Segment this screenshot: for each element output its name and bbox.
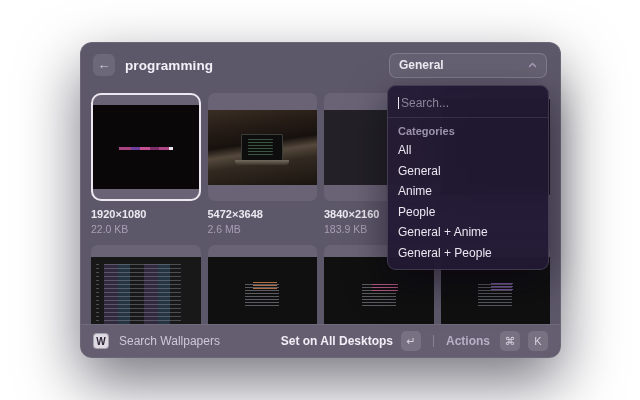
dropdown-item-all[interactable]: All [388, 140, 548, 161]
dropdown-item-anime[interactable]: Anime [388, 181, 548, 202]
wallpaper-item: 5472×3648 2.6 MB [208, 93, 318, 235]
primary-action-label[interactable]: Set on All Desktops [281, 334, 393, 348]
action-bar: W Search Wallpapers Set on All Desktops … [81, 324, 560, 357]
dropdown-item-general[interactable]: General [388, 161, 548, 182]
dropdown-section-label: Categories [388, 123, 548, 140]
page-title: programming [125, 58, 213, 73]
category-dropdown-button[interactable]: General [389, 53, 547, 78]
window-header: ← programming General [81, 43, 560, 87]
wallpaper-thumbnail [91, 257, 201, 324]
wallpaper-cell-selected[interactable] [91, 93, 201, 201]
wallpaper-cell[interactable] [91, 245, 201, 324]
back-button[interactable]: ← [93, 54, 115, 76]
k-key-icon: K [528, 331, 548, 351]
wallpaper-resolution: 5472×3648 [208, 208, 318, 220]
dropdown-search-input[interactable] [401, 96, 538, 110]
wallpaper-thumbnail [93, 105, 199, 189]
return-key-icon: ↵ [401, 331, 421, 351]
wallpaper-window: ← programming General 1920×1080 22.0 KB [80, 42, 561, 358]
text-cursor [398, 97, 399, 109]
chevron-up-icon [528, 62, 537, 68]
footer-divider [433, 335, 434, 347]
back-arrow-icon: ← [98, 57, 111, 72]
wallpaper-filesize: 22.0 KB [91, 223, 201, 235]
actions-button[interactable]: Actions [446, 334, 490, 348]
dropdown-item-general-people[interactable]: General + People [388, 243, 548, 264]
wallpaper-item [208, 245, 318, 324]
command-key-icon: ⌘ [500, 331, 520, 351]
wallpaper-cell[interactable] [208, 93, 318, 201]
wallpaper-cell[interactable] [208, 245, 318, 324]
dropdown-item-people[interactable]: People [388, 202, 548, 223]
extension-name: Search Wallpapers [119, 334, 220, 348]
dropdown-item-general-anime[interactable]: General + Anime [388, 222, 548, 243]
dropdown-divider [388, 117, 548, 118]
category-dropdown-menu: Categories All General Anime People Gene… [387, 85, 549, 270]
extension-icon: W [93, 333, 109, 349]
dropdown-search-row [388, 94, 548, 111]
wallpaper-filesize: 2.6 MB [208, 223, 318, 235]
wallpaper-item: 1920×1080 22.0 KB [91, 93, 201, 235]
wallpaper-item [91, 245, 201, 324]
category-dropdown-value: General [399, 58, 522, 72]
wallpaper-resolution: 1920×1080 [91, 208, 201, 220]
wallpaper-thumbnail [208, 257, 318, 324]
wallpaper-thumbnail [208, 110, 318, 185]
